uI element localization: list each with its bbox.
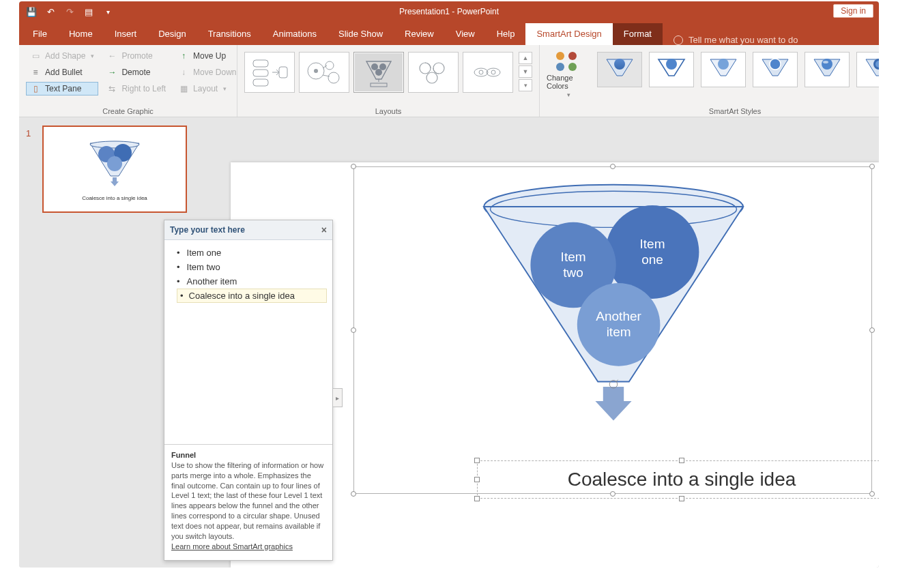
- bullet-icon: [30, 67, 41, 78]
- svg-rect-0: [253, 60, 268, 67]
- text-pane-collapse-button[interactable]: ▸: [333, 388, 343, 407]
- colors-swatch-icon: [555, 52, 582, 72]
- tab-view[interactable]: View: [445, 23, 486, 45]
- layouts-scroll-up[interactable]: ▲: [519, 52, 532, 64]
- arrow-right-icon: [106, 67, 117, 78]
- funnel-smartart[interactable]: Itemone Itemtwo Anotheritem: [450, 181, 777, 440]
- tab-slideshow[interactable]: Slide Show: [328, 23, 394, 45]
- svg-rect-3: [279, 67, 287, 78]
- svg-rect-2: [253, 79, 268, 86]
- slide-thumbnail-caption: Coalesce into a single idea: [82, 195, 147, 201]
- add-bullet-button[interactable]: Add Bullet: [26, 65, 98, 79]
- style-thumb-5[interactable]: [805, 52, 850, 87]
- ribbon-tabs: File Home Insert Design Transitions Anim…: [19, 22, 879, 45]
- qat-customize-icon[interactable]: ▾: [102, 6, 113, 17]
- resize-handle[interactable]: [869, 327, 875, 333]
- group-layouts: ▲ ▼ ▾ Layouts: [237, 45, 540, 117]
- text-pane[interactable]: Type your text here × Item one Item two …: [164, 220, 333, 561]
- move-up-button[interactable]: Move Up: [174, 49, 240, 63]
- swap-icon: [106, 83, 117, 94]
- tell-me-placeholder: Tell me what you want to do: [689, 35, 798, 45]
- text-pane-title: Type your text here: [170, 225, 245, 235]
- tab-home[interactable]: Home: [58, 23, 104, 45]
- layouts-scroll-down[interactable]: ▼: [519, 65, 532, 78]
- save-icon[interactable]: 💾: [26, 6, 37, 17]
- promote-button[interactable]: Promote: [102, 49, 170, 63]
- text-pane-button[interactable]: Text Pane: [26, 82, 98, 95]
- change-colors-button[interactable]: Change Colors▾: [547, 52, 590, 98]
- tab-transitions[interactable]: Transitions: [197, 23, 262, 45]
- tell-me-search[interactable]: Tell me what you want to do: [663, 35, 798, 45]
- tab-design[interactable]: Design: [147, 23, 197, 45]
- layout-icon: [178, 83, 189, 94]
- text-pane-item[interactable]: Another item: [177, 274, 327, 289]
- smartart-selection-frame[interactable]: Itemone Itemtwo Anotheritem Coalesce int…: [353, 166, 872, 494]
- layout-thumb-5[interactable]: [463, 52, 513, 93]
- slide-thumbnail-1[interactable]: Coalesce into a single idea: [42, 126, 187, 213]
- window-title: Presentation1 - PowerPoint: [19, 7, 879, 16]
- demote-button[interactable]: Demote: [102, 65, 170, 79]
- text-pane-item-editing[interactable]: Coalesce into a single idea: [177, 289, 327, 303]
- resize-handle[interactable]: [679, 496, 684, 501]
- layout-thumb-4[interactable]: [408, 52, 459, 93]
- resize-handle[interactable]: [474, 496, 480, 501]
- resize-handle[interactable]: [474, 458, 480, 463]
- slide-number: 1: [26, 128, 31, 138]
- start-slideshow-icon[interactable]: ▤: [83, 6, 94, 17]
- svg-rect-1: [253, 70, 268, 76]
- style-thumb-3[interactable]: [701, 52, 746, 87]
- learn-more-link[interactable]: Learn more about SmartArt graphics: [171, 542, 293, 550]
- lightbulb-icon: [674, 35, 683, 45]
- tab-file[interactable]: File: [22, 23, 58, 45]
- tab-smartart-design[interactable]: SmartArt Design: [525, 23, 612, 45]
- coalesce-text-box[interactable]: Coalesce into a single idea: [477, 460, 879, 499]
- layout-button[interactable]: Layout▾: [174, 82, 240, 95]
- add-shape-button[interactable]: Add Shape▾: [26, 49, 98, 63]
- svg-text:Itemone: Itemone: [640, 237, 665, 267]
- resize-handle[interactable]: [610, 164, 615, 169]
- text-pane-body[interactable]: Item one Item two Another item Coalesce …: [164, 240, 332, 445]
- text-pane-item[interactable]: Item two: [177, 260, 327, 274]
- layout-thumb-2[interactable]: [299, 52, 349, 93]
- svg-point-10: [371, 63, 378, 70]
- quick-access-toolbar: 💾 ↶ ↷ ▤ ▾: [19, 6, 113, 17]
- svg-point-21: [718, 59, 729, 70]
- tab-review[interactable]: Review: [394, 23, 445, 45]
- move-down-button[interactable]: Move Down: [174, 65, 240, 79]
- layouts-more[interactable]: ▾: [519, 79, 532, 91]
- tab-format[interactable]: Format: [613, 23, 663, 45]
- sign-in-button[interactable]: Sign in: [833, 4, 873, 18]
- resize-handle[interactable]: [869, 164, 875, 169]
- layout-thumb-funnel[interactable]: [353, 52, 404, 93]
- text-pane-icon: [30, 83, 41, 94]
- svg-point-12: [375, 69, 382, 76]
- resize-handle[interactable]: [474, 477, 480, 482]
- svg-point-18: [491, 70, 495, 74]
- text-pane-item[interactable]: Item one: [177, 246, 327, 260]
- tab-insert[interactable]: Insert: [104, 23, 148, 45]
- arrow-up-icon: [178, 50, 189, 61]
- style-thumb-2[interactable]: [649, 52, 694, 87]
- close-icon[interactable]: ×: [321, 224, 327, 235]
- style-thumb-6[interactable]: [856, 52, 879, 87]
- layout-thumb-1[interactable]: [244, 52, 295, 93]
- arrow-down-icon: [178, 67, 189, 78]
- svg-point-11: [379, 63, 386, 70]
- group-label-styles: SmartArt Styles: [547, 106, 879, 115]
- right-to-left-button[interactable]: Right to Left: [102, 82, 170, 95]
- style-thumb-1[interactable]: [597, 52, 642, 87]
- resize-handle[interactable]: [351, 164, 356, 169]
- redo-icon[interactable]: ↷: [64, 6, 75, 17]
- style-thumb-4[interactable]: [753, 52, 798, 87]
- svg-point-17: [479, 70, 483, 74]
- svg-point-22: [770, 59, 781, 70]
- svg-rect-13: [371, 83, 387, 87]
- text-pane-titlebar[interactable]: Type your text here ×: [164, 220, 332, 240]
- tab-help[interactable]: Help: [486, 23, 526, 45]
- title-bar: 💾 ↶ ↷ ▤ ▾ Presentation1 - PowerPoint Sig…: [19, 1, 879, 22]
- resize-handle[interactable]: [351, 491, 356, 497]
- tab-animations[interactable]: Animations: [262, 23, 328, 45]
- resize-handle[interactable]: [351, 327, 356, 333]
- resize-handle[interactable]: [679, 458, 684, 463]
- undo-icon[interactable]: ↶: [45, 6, 56, 17]
